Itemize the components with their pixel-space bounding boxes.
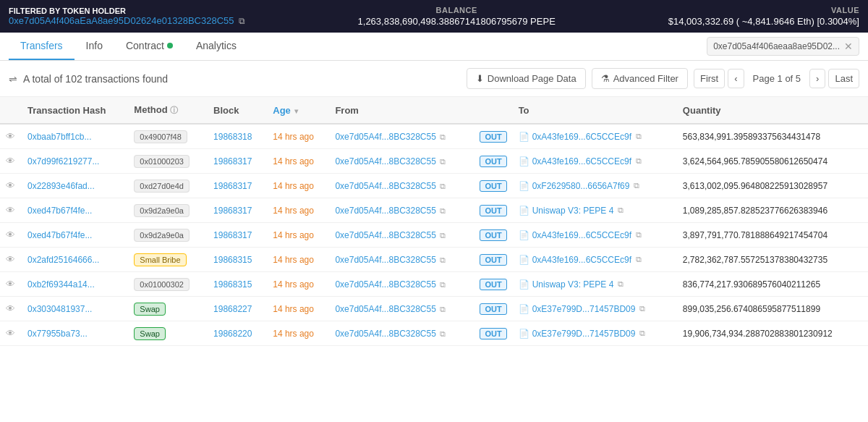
tx-hash-link[interactable]: 0xbaab7bff1cb... bbox=[27, 132, 92, 142]
page-info: Page 1 of 5 bbox=[747, 73, 807, 84]
tx-hash-link[interactable]: 0x77955ba73... bbox=[27, 329, 88, 339]
col-from: From bbox=[329, 97, 474, 124]
eye-icon[interactable]: 👁 bbox=[6, 156, 15, 166]
from-address-link[interactable]: 0xe7d05A4f...8BC328C55 bbox=[335, 304, 435, 314]
col-eye bbox=[0, 97, 22, 124]
download-button[interactable]: ⬇ Download Page Data bbox=[467, 68, 586, 89]
tx-hash-link[interactable]: 0x7d99f6219277... bbox=[27, 156, 99, 166]
table-row: 👁 0xb2f69344a14... 0x01000302 19868315 1… bbox=[0, 272, 868, 297]
copy-from-icon[interactable]: ⧉ bbox=[440, 157, 446, 166]
eye-icon[interactable]: 👁 bbox=[6, 303, 15, 314]
from-address-link[interactable]: 0xe7d05A4f...8BC328C55 bbox=[335, 206, 435, 216]
method-info-icon[interactable]: ⓘ bbox=[170, 106, 178, 114]
copy-from-icon[interactable]: ⧉ bbox=[440, 256, 446, 264]
block-link[interactable]: 19868315 bbox=[213, 279, 252, 290]
tx-hash-cell: 0x22893e46fad... bbox=[22, 174, 128, 198]
copy-from-icon[interactable]: ⧉ bbox=[440, 182, 446, 190]
method-cell: Swap bbox=[128, 321, 208, 346]
copy-from-icon[interactable]: ⧉ bbox=[440, 206, 446, 215]
copy-to-icon[interactable]: ⧉ bbox=[618, 279, 624, 289]
tx-hash-link[interactable]: 0xed47b67f4fe... bbox=[27, 230, 92, 240]
from-address-link[interactable]: 0xe7d05A4f...8BC328C55 bbox=[335, 181, 435, 191]
to-address-link[interactable]: Uniswap V3: PEPE 4 bbox=[532, 279, 614, 290]
prev-page-button[interactable]: ‹ bbox=[728, 69, 744, 88]
tab-contract[interactable]: Contract bbox=[114, 33, 184, 60]
block-link[interactable]: 19868315 bbox=[213, 255, 252, 265]
tx-hash-link[interactable]: 0x3030481937... bbox=[27, 304, 92, 314]
from-address-link[interactable]: 0xe7d05A4f...8BC328C55 bbox=[335, 255, 435, 265]
quantity-cell: 3,624,564,965.785905580612650474 bbox=[677, 149, 868, 174]
to-address-link[interactable]: 0xE37e799D...71457BD09 bbox=[532, 304, 636, 314]
from-address-link[interactable]: 0xe7d05A4f...8BC328C55 bbox=[335, 132, 435, 142]
token-address[interactable]: 0xe7d05A4f406aEaA8ae95D02624e01328BC328C… bbox=[9, 15, 245, 26]
copy-to-icon[interactable]: ⧉ bbox=[639, 304, 645, 313]
block-link[interactable]: 19868220 bbox=[213, 329, 252, 339]
copy-to-icon[interactable]: ⧉ bbox=[618, 206, 624, 215]
method-cell: 0xd27d0e4d bbox=[128, 174, 208, 198]
first-page-button[interactable]: First bbox=[694, 69, 725, 88]
close-filter-button[interactable]: ✕ bbox=[844, 41, 853, 52]
copy-to-icon[interactable]: ⧉ bbox=[636, 230, 642, 240]
tab-transfers[interactable]: Transfers bbox=[9, 33, 75, 60]
age-cell: 14 hrs ago bbox=[267, 174, 329, 198]
tx-hash-cell: 0x77955ba73... bbox=[22, 321, 128, 346]
tx-hash-link[interactable]: 0xb2f69344a14... bbox=[27, 279, 95, 290]
quantity-value: 19,906,734,934.288702883801230912 bbox=[683, 329, 833, 339]
block-link[interactable]: 19868318 bbox=[213, 132, 252, 142]
copy-to-icon[interactable]: ⧉ bbox=[634, 181, 639, 190]
quantity-value: 836,774,217.930689576040211265 bbox=[683, 279, 820, 290]
quantity-cell: 563,834,991.395893375634431478 bbox=[677, 124, 868, 149]
eye-icon[interactable]: 👁 bbox=[6, 205, 15, 216]
eye-icon[interactable]: 👁 bbox=[6, 328, 15, 339]
method-badge: 0x01000203 bbox=[134, 155, 190, 168]
tx-hash-link[interactable]: 0xed47b67f4fe... bbox=[27, 206, 92, 216]
eye-icon[interactable]: 👁 bbox=[6, 131, 15, 142]
to-address-link[interactable]: 0xA43fe169...6C5CCEc9f bbox=[532, 255, 631, 265]
tx-hash-link[interactable]: 0x22893e46fad... bbox=[27, 181, 95, 191]
quantity-cell: 3,613,002,095.964808225913028957 bbox=[677, 174, 868, 198]
to-cell: 📄 0xA43fe169...6C5CCEc9f ⧉ bbox=[513, 223, 677, 248]
copy-from-icon[interactable]: ⧉ bbox=[440, 132, 446, 141]
age-cell: 14 hrs ago bbox=[267, 297, 329, 321]
col-quantity: Quantity bbox=[677, 97, 868, 124]
from-address-link[interactable]: 0xe7d05A4f...8BC328C55 bbox=[335, 230, 435, 240]
copy-to-icon[interactable]: ⧉ bbox=[636, 156, 642, 166]
eye-icon[interactable]: 👁 bbox=[6, 279, 15, 290]
copy-to-icon[interactable]: ⧉ bbox=[636, 132, 642, 141]
block-link[interactable]: 19868317 bbox=[213, 181, 252, 191]
advanced-filter-button[interactable]: ⚗ Advanced Filter bbox=[592, 68, 688, 89]
to-address-link[interactable]: Uniswap V3: PEPE 4 bbox=[532, 206, 614, 216]
to-address-link[interactable]: 0xA43fe169...6C5CCEc9f bbox=[532, 230, 631, 240]
tab-analytics[interactable]: Analytics bbox=[184, 33, 248, 60]
tx-hash-link[interactable]: 0x2afd25164666... bbox=[27, 255, 99, 265]
col-age[interactable]: Age ▾ bbox=[267, 97, 329, 124]
eye-icon[interactable]: 👁 bbox=[6, 254, 15, 265]
from-address-link[interactable]: 0xe7d05A4f...8BC328C55 bbox=[335, 329, 435, 339]
copy-address-icon[interactable]: ⧉ bbox=[239, 16, 245, 26]
copy-from-icon[interactable]: ⧉ bbox=[440, 280, 446, 289]
block-link[interactable]: 19868227 bbox=[213, 304, 252, 314]
copy-from-icon[interactable]: ⧉ bbox=[440, 231, 446, 240]
method-badge: Swap bbox=[134, 327, 166, 340]
eye-icon[interactable]: 👁 bbox=[6, 229, 15, 240]
eye-icon[interactable]: 👁 bbox=[6, 180, 15, 191]
block-link[interactable]: 19868317 bbox=[213, 230, 252, 240]
age-text: 14 hrs ago bbox=[273, 279, 314, 290]
from-address-link[interactable]: 0xe7d05A4f...8BC328C55 bbox=[335, 279, 435, 290]
to-address-link[interactable]: 0xE37e799D...71457BD09 bbox=[532, 329, 636, 339]
to-address-link[interactable]: 0xA43fe169...6C5CCEc9f bbox=[532, 132, 631, 142]
last-page-button[interactable]: Last bbox=[828, 69, 859, 88]
copy-to-icon[interactable]: ⧉ bbox=[639, 329, 645, 338]
to-address-link[interactable]: 0xA43fe169...6C5CCEc9f bbox=[532, 156, 631, 166]
block-link[interactable]: 19868317 bbox=[213, 206, 252, 216]
copy-to-icon[interactable]: ⧉ bbox=[636, 255, 642, 264]
copy-from-icon[interactable]: ⧉ bbox=[440, 329, 446, 338]
from-cell: 0xe7d05A4f...8BC328C55 ⧉ bbox=[329, 174, 474, 198]
next-page-button[interactable]: › bbox=[809, 69, 825, 88]
block-link[interactable]: 19868317 bbox=[213, 156, 252, 166]
download-icon: ⬇ bbox=[476, 73, 484, 84]
copy-from-icon[interactable]: ⧉ bbox=[440, 305, 446, 313]
to-address-link[interactable]: 0xF2629580...6656A7f69 bbox=[532, 181, 630, 191]
from-address-link[interactable]: 0xe7d05A4f...8BC328C55 bbox=[335, 156, 435, 166]
tab-info[interactable]: Info bbox=[75, 33, 114, 60]
